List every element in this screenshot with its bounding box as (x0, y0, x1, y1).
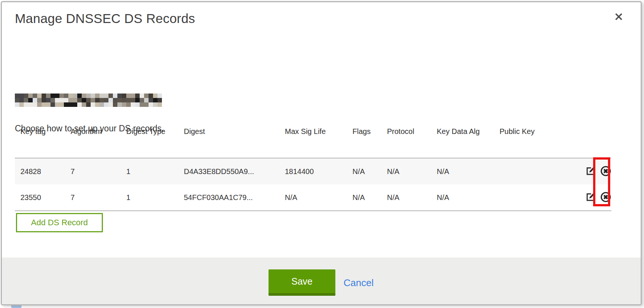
cell-digest-type: 1 (121, 158, 178, 184)
col-header-actions (553, 125, 611, 158)
dialog-title: Manage DNSSEC DS Records (15, 11, 195, 26)
cell-public-key (494, 158, 553, 184)
cell-max-sig-life: 1814400 (279, 158, 347, 184)
save-button[interactable]: Save (269, 269, 335, 296)
cell-protocol: N/A (381, 158, 431, 184)
table-row: 24828 7 1 D4A33E8DD550A9... 1814400 N/A … (15, 158, 611, 184)
cell-max-sig-life: N/A (279, 184, 347, 211)
close-button[interactable] (613, 11, 624, 22)
delete-record-button[interactable] (600, 191, 611, 204)
ds-records-table: Key tag Algorithm Digest Type Digest Max… (15, 125, 611, 211)
col-header-protocol: Protocol (381, 125, 431, 158)
edit-record-button[interactable] (586, 192, 596, 203)
col-header-digest: Digest (178, 125, 279, 158)
col-header-digest-type: Digest Type (121, 125, 178, 158)
cell-flags: N/A (347, 184, 381, 211)
delete-x-circle-icon (600, 172, 611, 178)
cell-algorithm: 7 (65, 158, 121, 184)
cell-digest: 54FCF030AA1C79... (178, 184, 279, 211)
close-icon (613, 18, 624, 23)
cell-key-data-alg: N/A (431, 158, 494, 184)
col-header-key-data-alg: Key Data Alg (431, 125, 494, 158)
cell-key-tag: 24828 (15, 158, 65, 184)
col-header-flags: Flags (347, 125, 381, 158)
table-header-row: Key tag Algorithm Digest Type Digest Max… (15, 125, 611, 158)
cancel-link[interactable]: Cancel (344, 277, 374, 289)
col-header-key-tag: Key tag (15, 125, 65, 158)
add-ds-record-button[interactable]: Add DS Record (16, 213, 103, 232)
edit-pencil-icon (586, 197, 596, 203)
col-header-public-key: Public Key (494, 125, 553, 158)
cell-key-tag: 23550 (15, 184, 65, 211)
delete-x-circle-icon (600, 198, 611, 204)
cell-algorithm: 7 (65, 184, 121, 211)
cell-key-data-alg: N/A (431, 184, 494, 211)
col-header-max-sig-life: Max Sig Life (279, 125, 347, 158)
edit-record-button[interactable] (586, 166, 596, 177)
cell-digest-type: 1 (121, 184, 178, 211)
cell-digest: D4A33E8DD550A9... (178, 158, 279, 184)
redacted-domain-name (15, 94, 162, 107)
manage-dnssec-ds-records-dialog: Manage DNSSEC DS Records Choose how to s… (1, 1, 642, 305)
cell-protocol: N/A (381, 184, 431, 211)
edit-pencil-icon (586, 171, 596, 177)
table-row: 23550 7 1 54FCF030AA1C79... N/A N/A N/A … (15, 184, 611, 211)
cell-public-key (494, 184, 553, 211)
cell-flags: N/A (347, 158, 381, 184)
col-header-algorithm: Algorithm (65, 125, 121, 158)
dialog-footer: Save Cancel (2, 258, 641, 304)
delete-record-button[interactable] (600, 166, 611, 178)
